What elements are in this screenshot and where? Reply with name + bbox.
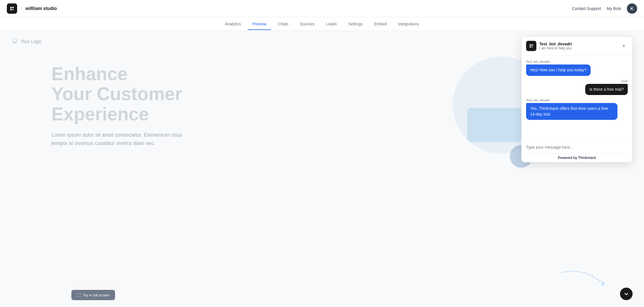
sender-label-bot-2: Test_bot_devadri bbox=[526, 98, 550, 102]
message-bubble-2: Is there a free trial? bbox=[585, 84, 628, 95]
chat-widget: Test_bot_devadri I am here to help you ×… bbox=[521, 37, 633, 162]
nav-item-sources[interactable]: Sources bbox=[295, 18, 319, 30]
scroll-down-button[interactable] bbox=[620, 288, 633, 300]
nav-item-embed[interactable]: Embed bbox=[369, 18, 391, 30]
nav-item-integrations[interactable]: Integrations bbox=[394, 18, 424, 30]
main-nav: Analytics Preview Chats Sources Leads Se… bbox=[0, 17, 644, 31]
deco-rect-1 bbox=[467, 108, 521, 142]
brand-logo-icon bbox=[7, 3, 17, 14]
message-bubble-3: Yes, ThinkStack offers first-time users … bbox=[526, 103, 617, 120]
chat-bot-icon bbox=[526, 41, 536, 51]
nav-item-leads[interactable]: Leads bbox=[321, 18, 341, 30]
message-group-2: User Is there a free trial? bbox=[526, 79, 628, 95]
powered-by-brand: Thinkstack bbox=[578, 156, 596, 160]
chat-footer: Powered by Thinkstack bbox=[522, 153, 632, 162]
brand-name: willliam studio bbox=[25, 6, 57, 11]
chat-bot-name: Test_bot_devadri bbox=[539, 42, 620, 46]
nav-item-analytics[interactable]: Analytics bbox=[220, 18, 245, 30]
message-group-3: Test_bot_devadri Yes, ThinkStack offers … bbox=[526, 98, 628, 120]
nav-item-chats[interactable]: Chats bbox=[273, 18, 293, 30]
chat-close-button[interactable]: × bbox=[620, 42, 628, 50]
dashed-arrow bbox=[558, 270, 610, 293]
fullscreen-icon: ⛶ bbox=[77, 293, 80, 297]
user-avatar[interactable]: K bbox=[627, 3, 637, 14]
chat-messages-container: Test_bot_devadri Hey! How can I help you… bbox=[522, 55, 632, 141]
nav-item-preview[interactable]: Preview bbox=[248, 18, 271, 30]
topbar-right: Contact Support My Bots K bbox=[572, 3, 637, 14]
fullscreen-button[interactable]: ⛶ Try in full screen bbox=[71, 290, 115, 300]
message-bubble-1: Hey! How can I help you today? bbox=[526, 64, 591, 76]
mock-logo-symbol bbox=[11, 38, 18, 46]
topbar: / willliam studio Contact Support My Bot… bbox=[0, 0, 644, 17]
mock-logo-text: Your Logo bbox=[21, 39, 41, 44]
my-bots-link[interactable]: My Bots bbox=[607, 6, 621, 11]
chat-message-input[interactable] bbox=[526, 145, 628, 150]
brand-separator: / bbox=[21, 5, 22, 11]
chat-header: Test_bot_devadri I am here to help you × bbox=[522, 37, 632, 55]
brand-section: / willliam studio bbox=[7, 3, 57, 14]
sender-label-bot-1: Test_bot_devadri bbox=[526, 60, 550, 63]
chat-header-info: Test_bot_devadri I am here to help you bbox=[539, 42, 620, 50]
fullscreen-label: Try in full screen bbox=[83, 293, 110, 297]
chat-bot-subtitle: I am here to help you bbox=[539, 46, 620, 50]
powered-by-text: Powered by bbox=[558, 156, 578, 160]
mock-body-text: Lorem ipsum dolor sit amet consectetur. … bbox=[51, 131, 194, 148]
message-group-1: Test_bot_devadri Hey! How can I help you… bbox=[526, 60, 628, 76]
nav-item-settings[interactable]: Settings bbox=[344, 18, 367, 30]
main-content: Your Logo Enhance Your Customer Experien… bbox=[0, 31, 644, 307]
chat-input-area[interactable] bbox=[522, 141, 632, 153]
contact-support-link[interactable]: Contact Support bbox=[572, 6, 601, 11]
sender-label-user: User bbox=[621, 79, 628, 83]
